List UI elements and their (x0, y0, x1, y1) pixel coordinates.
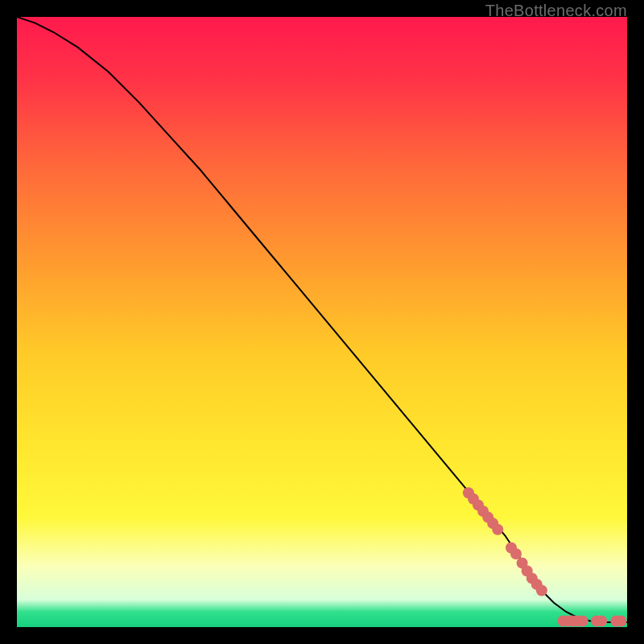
data-marker (510, 548, 522, 559)
chart-frame: TheBottleneck.com (0, 0, 644, 644)
plot-area (17, 17, 627, 627)
bottleneck-curve (17, 17, 627, 622)
data-marker (577, 615, 588, 626)
data-marker (492, 524, 503, 535)
data-marker (536, 585, 547, 597)
curve-overlay (17, 17, 627, 627)
data-markers (463, 487, 627, 626)
data-marker (596, 615, 607, 626)
data-marker (615, 615, 626, 626)
